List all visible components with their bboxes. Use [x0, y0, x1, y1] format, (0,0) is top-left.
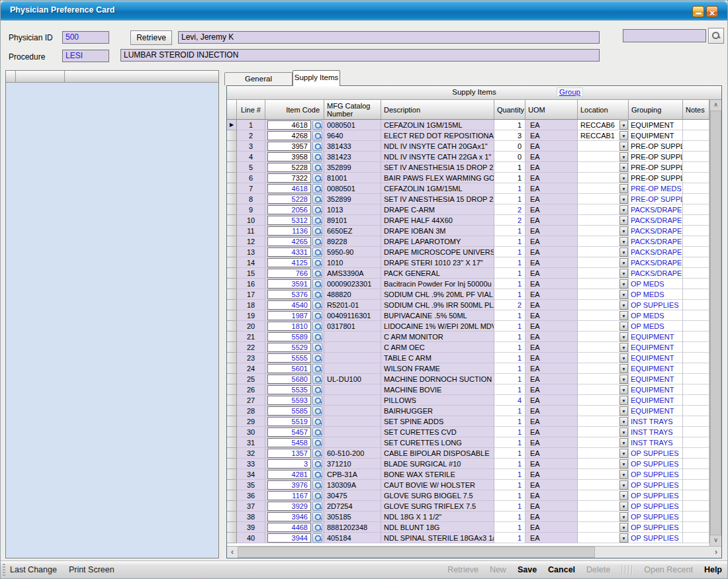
- location-dropdown-icon[interactable]: ▼: [619, 502, 628, 511]
- notes-cell[interactable]: [683, 183, 709, 194]
- grouping-cell[interactable]: PACKS/DRAPES: [629, 236, 683, 247]
- item-code-input[interactable]: 5555: [267, 353, 311, 363]
- grouping-cell[interactable]: PACKS/DRAPES: [629, 268, 683, 279]
- grouping-cell[interactable]: EQUIPMENT: [629, 120, 683, 130]
- quantity-cell[interactable]: 1: [494, 226, 525, 236]
- row-selector[interactable]: [227, 130, 237, 141]
- scroll-right-icon[interactable]: ›: [711, 547, 721, 558]
- notes-cell[interactable]: [683, 395, 709, 406]
- group-link[interactable]: Group: [557, 87, 583, 97]
- grouping-cell[interactable]: INST TRAYS: [629, 437, 683, 448]
- search-input[interactable]: [623, 29, 706, 42]
- location-dropdown-icon[interactable]: ▼: [619, 163, 628, 172]
- column-header-loc[interactable]: Location: [578, 100, 629, 119]
- item-code-input[interactable]: 3976: [267, 480, 311, 490]
- item-lookup-button[interactable]: [312, 533, 322, 543]
- quantity-cell[interactable]: 1: [494, 480, 525, 490]
- notes-cell[interactable]: [683, 512, 709, 522]
- item-code-input[interactable]: 5376: [267, 290, 311, 299]
- quantity-cell[interactable]: 1: [494, 459, 525, 469]
- vertical-scrollbar[interactable]: ∧ ∨: [709, 100, 721, 546]
- item-lookup-button[interactable]: [312, 269, 322, 278]
- notes-cell[interactable]: [683, 501, 709, 512]
- quantity-cell[interactable]: 1: [494, 183, 525, 194]
- physician-id-input[interactable]: 500: [62, 31, 109, 44]
- vscroll-thumb[interactable]: [710, 111, 721, 535]
- item-lookup-button[interactable]: [312, 449, 322, 458]
- item-code-input[interactable]: 4125: [267, 258, 311, 267]
- grouping-cell[interactable]: OP SUPPLIES: [629, 469, 683, 480]
- item-lookup-button[interactable]: [312, 184, 322, 193]
- current-row-indicator[interactable]: ▶: [227, 120, 237, 130]
- item-code-input[interactable]: 1167: [267, 491, 311, 500]
- row-selector[interactable]: [227, 173, 237, 183]
- notes-cell[interactable]: [683, 416, 709, 427]
- quantity-cell[interactable]: 1: [494, 257, 525, 268]
- grouping-cell[interactable]: OP MEDS: [629, 321, 683, 332]
- item-lookup-button[interactable]: [312, 195, 322, 204]
- print-screen-button[interactable]: Print Screen: [69, 565, 114, 574]
- row-selector[interactable]: [227, 416, 237, 427]
- column-header-line[interactable]: Line #: [237, 100, 265, 119]
- grouping-cell[interactable]: OP MEDS: [629, 279, 683, 289]
- row-selector[interactable]: [227, 300, 237, 310]
- quantity-cell[interactable]: 1: [494, 448, 525, 459]
- row-selector[interactable]: [227, 512, 237, 522]
- grouping-cell[interactable]: EQUIPMENT: [629, 130, 683, 141]
- notes-cell[interactable]: [683, 194, 709, 204]
- row-selector[interactable]: [227, 162, 237, 173]
- item-code-input[interactable]: 5228: [267, 163, 311, 172]
- location-dropdown-icon[interactable]: ▼: [619, 216, 628, 225]
- quantity-cell[interactable]: 1: [494, 469, 525, 480]
- grouping-cell[interactable]: OP SUPPLIES: [629, 459, 683, 469]
- grouping-cell[interactable]: EQUIPMENT: [629, 342, 683, 353]
- grouping-cell[interactable]: PRE-OP SUPPLIES: [629, 173, 683, 183]
- row-selector[interactable]: [227, 310, 237, 321]
- location-dropdown-icon[interactable]: ▼: [619, 417, 628, 426]
- quantity-cell[interactable]: 1: [494, 437, 525, 448]
- item-lookup-button[interactable]: [312, 131, 322, 140]
- quantity-cell[interactable]: 0: [494, 141, 525, 152]
- item-lookup-button[interactable]: [312, 417, 322, 426]
- grouping-cell[interactable]: PACKS/DRAPES: [629, 257, 683, 268]
- quantity-cell[interactable]: 1: [494, 289, 525, 300]
- item-code-input[interactable]: 3929: [267, 502, 311, 511]
- item-code-input[interactable]: 1810: [267, 322, 311, 331]
- item-lookup-button[interactable]: [312, 385, 322, 394]
- item-lookup-button[interactable]: [312, 512, 322, 521]
- item-lookup-button[interactable]: [312, 152, 322, 161]
- item-code-input[interactable]: 4618: [267, 184, 311, 193]
- location-dropdown-icon[interactable]: ▼: [619, 311, 628, 320]
- search-button[interactable]: [708, 28, 724, 44]
- quantity-cell[interactable]: 1: [494, 279, 525, 289]
- location-dropdown-icon[interactable]: ▼: [619, 406, 628, 416]
- notes-cell[interactable]: [683, 130, 709, 141]
- item-lookup-button[interactable]: [312, 216, 322, 225]
- location-dropdown-icon[interactable]: ▼: [619, 438, 628, 447]
- quantity-cell[interactable]: 1: [494, 321, 525, 332]
- notes-cell[interactable]: [683, 353, 709, 363]
- item-lookup-button[interactable]: [312, 258, 322, 267]
- quantity-cell[interactable]: 1: [494, 533, 525, 543]
- notes-cell[interactable]: [683, 522, 709, 533]
- grouping-cell[interactable]: EQUIPMENT: [629, 332, 683, 342]
- item-code-input[interactable]: 766: [267, 269, 311, 278]
- notes-cell[interactable]: [683, 384, 709, 395]
- notes-cell[interactable]: [683, 236, 709, 247]
- grouping-cell[interactable]: EQUIPMENT: [629, 384, 683, 395]
- item-lookup-button[interactable]: [312, 396, 322, 405]
- item-code-input[interactable]: 4468: [267, 523, 311, 532]
- row-selector[interactable]: [227, 332, 237, 342]
- item-code-input[interactable]: 5529: [267, 343, 311, 352]
- notes-cell[interactable]: [683, 490, 709, 501]
- grouping-cell[interactable]: PRE-OP SUPPLIES: [629, 194, 683, 204]
- location-value[interactable]: RECCAB6: [578, 120, 619, 130]
- item-lookup-button[interactable]: [312, 311, 322, 320]
- item-code-input[interactable]: 3958: [267, 152, 311, 161]
- row-selector[interactable]: [227, 533, 237, 543]
- quantity-cell[interactable]: 1: [494, 512, 525, 522]
- item-code-input[interactable]: 5228: [267, 195, 311, 204]
- column-header-mfg[interactable]: MFG Catalog Number: [324, 100, 381, 119]
- quantity-cell[interactable]: 1: [494, 427, 525, 437]
- grouping-cell[interactable]: OP SUPPLIES: [629, 522, 683, 533]
